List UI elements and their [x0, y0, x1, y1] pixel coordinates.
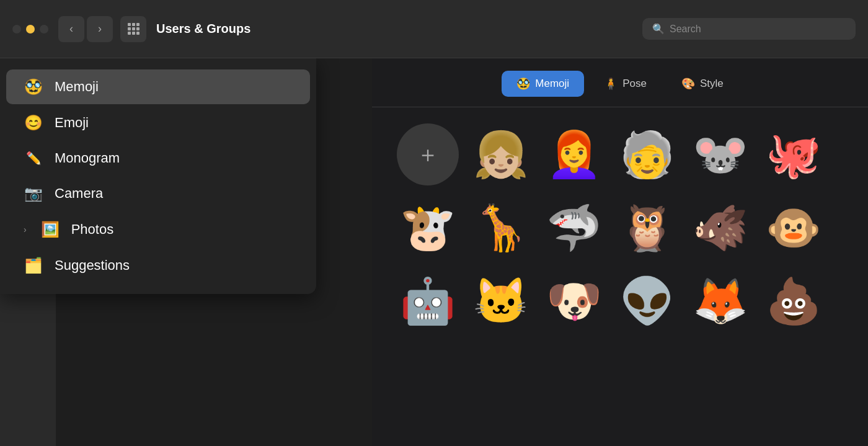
dropdown-item-emoji[interactable]: 😊 Emoji	[6, 105, 310, 140]
tab-style-icon: 🎨	[681, 77, 695, 91]
dropdown-label-emoji: Emoji	[55, 115, 89, 131]
camera-icon: 📷	[24, 185, 43, 202]
add-memoji-button[interactable]: ＋	[397, 123, 459, 185]
grid-view-button[interactable]	[120, 16, 146, 42]
emoji-icon: 😊	[24, 114, 43, 132]
dropdown-label-camera: Camera	[55, 185, 103, 202]
dropdown-panel: 🥸 Memoji 😊 Emoji ✏️ Monogram 📷 Camera › …	[0, 58, 316, 294]
emoji-item[interactable]: 🦈	[543, 197, 605, 259]
emoji-row-3: 🤖 🐱 🐶 👽 🦊 💩	[397, 270, 843, 332]
photos-icon: 🖼️	[40, 221, 60, 238]
tab-memoji-label: Memoji	[535, 78, 569, 90]
tab-pose-icon: 🧍	[604, 77, 618, 91]
search-icon: 🔍	[652, 23, 665, 35]
tab-memoji-icon: 🥸	[516, 77, 530, 91]
grid-icon	[128, 23, 140, 35]
emoji-item[interactable]: 🦒	[470, 197, 532, 259]
emoji-item[interactable]: 🐵	[763, 197, 825, 259]
dropdown-label-suggestions: Suggestions	[55, 257, 130, 274]
monogram-icon: ✏️	[24, 151, 43, 166]
emoji-row-1: ＋ 👧🏼 👩‍🦰 🧓 🐭 🐙	[397, 123, 843, 185]
close-button[interactable]	[12, 25, 21, 33]
dropdown-item-suggestions[interactable]: 🗂️ Suggestions	[6, 248, 310, 283]
search-input[interactable]	[670, 24, 846, 35]
main-content: Cu... Oth... 🥸 Memoji 😊 Emoji ✏️ Monogra…	[0, 58, 868, 446]
emoji-item[interactable]: 🐙	[763, 123, 825, 185]
emoji-item[interactable]: 🦊	[689, 270, 751, 332]
emoji-grid: ＋ 👧🏼 👩‍🦰 🧓 🐭 🐙 🐮 🦒 🦈 🦉 🐗 🐵 🤖 🐱	[372, 117, 868, 446]
dropdown-item-monogram[interactable]: ✏️ Monogram	[6, 141, 310, 175]
tab-memoji[interactable]: 🥸 Memoji	[502, 71, 584, 97]
tab-bar: 🥸 Memoji 🧍 Pose 🎨 Style	[372, 58, 868, 107]
search-bar[interactable]: 🔍	[642, 18, 856, 40]
emoji-item[interactable]: 🐶	[543, 270, 605, 332]
dropdown-item-photos[interactable]: › 🖼️ Photos	[6, 212, 310, 247]
emoji-item[interactable]: 👧🏼	[470, 123, 532, 185]
emoji-row-2: 🐮 🦒 🦈 🦉 🐗 🐵	[397, 197, 843, 259]
right-panel: 🥸 Memoji 🧍 Pose 🎨 Style ＋ 👧🏼 👩‍🦰 🧓 🐭	[372, 58, 868, 446]
emoji-item[interactable]: 🤖	[397, 270, 459, 332]
back-button[interactable]: ‹	[58, 16, 84, 42]
tab-style-label: Style	[700, 78, 724, 90]
photos-chevron-icon: ›	[24, 225, 27, 234]
traffic-lights	[12, 25, 48, 33]
tab-pose[interactable]: 🧍 Pose	[589, 71, 662, 97]
suggestions-icon: 🗂️	[24, 257, 43, 274]
tab-pose-label: Pose	[622, 78, 647, 90]
tab-style[interactable]: 🎨 Style	[666, 71, 738, 97]
emoji-item[interactable]: 👽	[616, 270, 678, 332]
emoji-item[interactable]: 🐭	[689, 123, 751, 185]
titlebar: ‹ › Users & Groups 🔍	[0, 0, 868, 58]
dropdown-item-camera[interactable]: 📷 Camera	[6, 176, 310, 211]
emoji-item[interactable]: 💩	[763, 270, 825, 332]
nav-buttons: ‹ ›	[58, 16, 113, 42]
emoji-item[interactable]: 👩‍🦰	[543, 123, 605, 185]
minimize-button[interactable]	[26, 25, 35, 33]
forward-button[interactable]: ›	[87, 16, 113, 42]
dropdown-label-photos: Photos	[71, 221, 114, 238]
memoji-icon: 🥸	[24, 78, 43, 96]
emoji-item[interactable]: 🧓	[616, 123, 678, 185]
emoji-item[interactable]: 🐗	[689, 197, 751, 259]
maximize-button[interactable]	[40, 25, 48, 33]
dropdown-label-memoji: Memoji	[55, 79, 99, 95]
dropdown-item-memoji[interactable]: 🥸 Memoji	[6, 69, 310, 104]
dropdown-label-monogram: Monogram	[55, 150, 120, 166]
emoji-item[interactable]: 🦉	[616, 197, 678, 259]
panel-divider	[372, 107, 868, 107]
window-title: Users & Groups	[156, 22, 642, 36]
emoji-item[interactable]: 🐱	[470, 270, 532, 332]
emoji-item[interactable]: 🐮	[397, 197, 459, 259]
